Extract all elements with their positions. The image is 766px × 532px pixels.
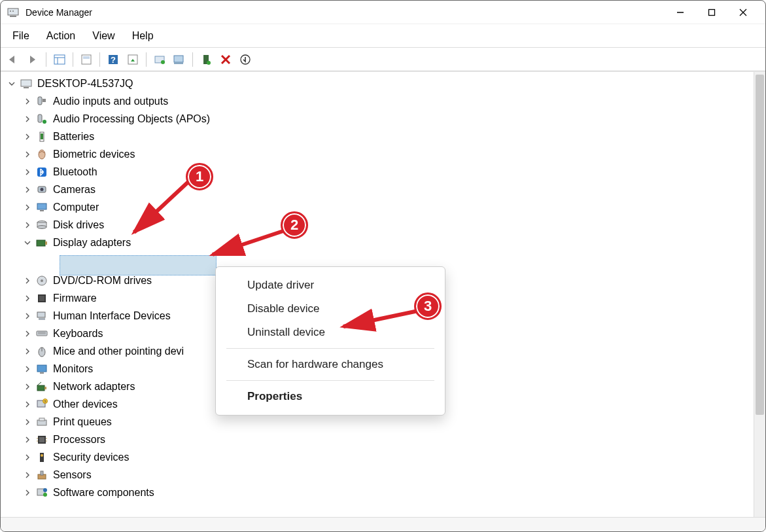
tree-category[interactable]: Processors (7, 431, 754, 448)
tree-category[interactable]: Biometric devices (7, 145, 754, 163)
vertical-scrollbar[interactable] (754, 72, 765, 517)
annotation-arrow-1 (125, 176, 197, 241)
enable-button[interactable] (198, 51, 215, 68)
category-icon (35, 380, 49, 394)
window-title: Device Manager (26, 7, 92, 18)
menu-view[interactable]: View (84, 27, 122, 44)
tree-category[interactable]: Disk drives (7, 216, 754, 234)
chevron-down-icon[interactable] (7, 79, 16, 88)
svg-rect-55 (37, 365, 46, 372)
annotation-badge-3: 3 (414, 293, 442, 320)
show-hidden-button[interactable] (51, 51, 68, 68)
tree-category[interactable]: Computer (7, 198, 754, 216)
svg-point-72 (41, 454, 43, 457)
chevron-right-icon[interactable] (23, 470, 32, 480)
category-icon (35, 486, 49, 500)
svg-rect-18 (174, 56, 183, 62)
tree-category-label: Mice and other pointing devi (53, 346, 184, 357)
minimize-button[interactable] (665, 1, 696, 24)
chevron-right-icon[interactable] (23, 221, 32, 230)
chevron-right-icon[interactable] (23, 185, 32, 194)
svg-rect-12 (83, 56, 90, 59)
svg-point-77 (43, 488, 47, 492)
chevron-right-icon[interactable] (23, 311, 32, 321)
scan-button[interactable] (151, 51, 168, 68)
chevron-right-icon[interactable] (23, 168, 32, 177)
tree-category[interactable]: Batteries (7, 128, 754, 145)
tree-category[interactable]: Audio Processing Objects (APOs) (7, 110, 754, 128)
category-icon (35, 147, 49, 162)
svg-line-79 (213, 230, 287, 255)
svg-rect-27 (38, 97, 42, 105)
chevron-right-icon[interactable] (23, 453, 32, 462)
tree-category-label: Keyboards (53, 328, 103, 340)
device-manager-window: Device Manager File Action View Help ? (0, 0, 766, 532)
chevron-right-icon[interactable] (23, 294, 32, 303)
chevron-right-icon[interactable] (23, 347, 32, 356)
chevron-right-icon[interactable] (23, 203, 32, 212)
chevron-right-icon[interactable] (23, 435, 32, 444)
status-bar (1, 517, 765, 531)
svg-rect-26 (24, 87, 29, 88)
uninstall-button[interactable] (217, 51, 234, 68)
tree-category[interactable]: Cameras (7, 181, 754, 198)
chevron-right-icon[interactable] (23, 417, 32, 427)
svg-rect-1 (10, 16, 16, 17)
tree-root[interactable]: DESKTOP-4L537JQ (7, 75, 754, 92)
category-icon: ? (35, 397, 49, 412)
context-scan-hardware[interactable]: Scan for hardware changes (216, 353, 445, 376)
category-icon (35, 433, 49, 447)
help-button[interactable]: ? (105, 51, 122, 68)
category-icon (35, 130, 49, 144)
chevron-right-icon[interactable] (23, 488, 32, 497)
chevron-down-icon[interactable] (23, 238, 32, 247)
tree-category[interactable]: Bluetooth (7, 163, 754, 181)
tree-category[interactable]: Software components (7, 484, 754, 501)
forward-button[interactable] (24, 51, 41, 68)
chevron-right-icon[interactable] (23, 276, 32, 285)
svg-rect-43 (45, 241, 47, 245)
context-update-driver[interactable]: Update driver (216, 274, 445, 297)
chevron-right-icon[interactable] (23, 150, 32, 159)
svg-line-59 (37, 382, 41, 385)
scrollbar-thumb[interactable] (756, 75, 764, 415)
tree-category[interactable]: Audio inputs and outputs (7, 92, 754, 110)
maximize-button[interactable] (696, 1, 727, 24)
svg-point-45 (41, 279, 43, 282)
svg-rect-64 (39, 418, 44, 421)
tree-category[interactable]: Print queues (7, 413, 754, 431)
add-driver-button[interactable] (171, 51, 188, 68)
update-button[interactable] (124, 51, 141, 68)
chevron-right-icon[interactable] (23, 132, 32, 141)
tree-category-label: Audio Processing Objects (APOs) (53, 113, 210, 125)
properties-button[interactable] (78, 51, 95, 68)
chevron-right-icon[interactable] (23, 329, 32, 338)
svg-rect-58 (44, 387, 46, 389)
chevron-right-icon[interactable] (23, 97, 32, 106)
tree-category[interactable]: Display adapters (7, 234, 754, 251)
context-properties[interactable]: Properties (216, 385, 445, 408)
menu-help[interactable]: Help (124, 27, 162, 44)
chevron-right-icon[interactable] (23, 400, 32, 409)
menu-file[interactable]: File (5, 27, 37, 44)
close-button[interactable] (727, 1, 759, 24)
svg-rect-29 (38, 115, 42, 122)
chevron-right-icon[interactable] (23, 382, 32, 391)
chevron-right-icon[interactable] (23, 115, 32, 124)
back-button[interactable] (5, 51, 22, 68)
tree-category-label: Bluetooth (53, 166, 97, 178)
menu-action[interactable]: Action (39, 27, 83, 44)
toolbar: ? (1, 48, 765, 71)
svg-rect-42 (37, 240, 45, 246)
chevron-right-icon[interactable] (23, 364, 32, 374)
context-menu: Update driver Disable device Uninstall d… (215, 266, 445, 416)
tree-category[interactable]: Sensors (7, 466, 754, 484)
category-icon (35, 309, 49, 323)
svg-rect-25 (21, 80, 31, 86)
context-separator (226, 348, 434, 349)
tree-category[interactable]: Security devices (7, 448, 754, 466)
devices-by-connection-button[interactable] (237, 51, 254, 68)
category-icon (35, 274, 49, 288)
svg-line-78 (134, 180, 190, 232)
category-icon (35, 112, 49, 126)
